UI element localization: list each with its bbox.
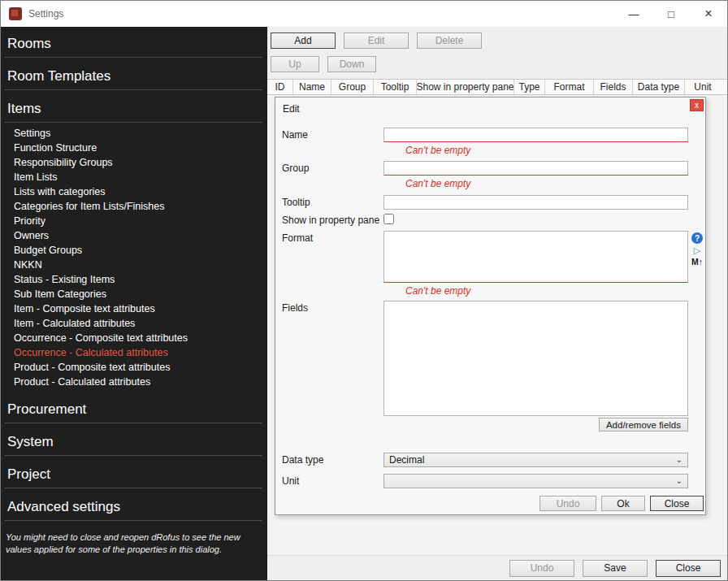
sidebar-item[interactable]: Priority	[1, 214, 267, 228]
chevron-down-icon: ⌄	[676, 477, 682, 485]
sidebar-footnote: You might need to close and reopen dRofu…	[6, 531, 259, 556]
main-footer: Undo Save Close	[267, 555, 727, 580]
sidebar-item[interactable]: Status - Existing Items	[1, 272, 267, 287]
unit-label: Unit	[282, 474, 384, 488]
sidebar-item[interactable]: Occurrence - Composite text attributes	[1, 331, 267, 345]
window-title: Settings	[28, 8, 63, 20]
edit-dialog-header: Edit x	[275, 98, 705, 117]
tooltip-field[interactable]	[384, 195, 688, 210]
sidebar-item[interactable]: Settings	[1, 126, 267, 141]
column-header-unit[interactable]: Unit	[685, 80, 721, 94]
sidebar-section-rooms[interactable]: Rooms	[4, 28, 262, 58]
insert-field-icon[interactable]: ▷	[694, 246, 700, 255]
column-header-id[interactable]: ID	[267, 80, 293, 94]
data-type-value: Decimal	[389, 454, 676, 466]
name-label: Name	[282, 128, 384, 142]
sidebar: Rooms Room Templates Items Settings Func…	[1, 27, 267, 580]
close-icon[interactable]: ×	[690, 1, 727, 27]
undo-button[interactable]: Undo	[509, 560, 574, 577]
column-header-group[interactable]: Group	[332, 80, 374, 94]
down-button[interactable]: Down	[327, 56, 376, 72]
format-validation-message: Can't be empty	[405, 285, 699, 297]
show-in-property-pane-checkbox[interactable]	[384, 214, 394, 224]
column-header-name[interactable]: Name	[293, 80, 332, 94]
app-icon	[9, 7, 22, 20]
dialog-close-icon[interactable]: x	[690, 99, 704, 111]
sidebar-section-advanced-settings[interactable]: Advanced settings	[4, 488, 262, 521]
sidebar-section-items[interactable]: Items	[4, 90, 262, 123]
sidebar-item[interactable]: Function Structure	[1, 141, 267, 155]
add-remove-fields-button[interactable]: Add/remove fields	[599, 418, 688, 431]
sidebar-item[interactable]: Item - Calculated attributes	[1, 316, 267, 331]
dialog-ok-button[interactable]: Ok	[601, 496, 645, 511]
unit-select[interactable]: ⌄	[384, 474, 688, 488]
main-panel: Add Edit Delete Up Down ID Name Group To…	[267, 27, 727, 580]
group-field[interactable]	[384, 161, 688, 176]
show-in-property-pane-label: Show in property pane	[282, 213, 384, 227]
help-icon[interactable]: ?	[691, 232, 703, 244]
sidebar-item[interactable]: Categories for Item Lists/Finishes	[1, 199, 267, 214]
edit-dialog-body: Name Can't be empty Group Can't be empty…	[275, 128, 705, 488]
name-field[interactable]	[384, 128, 688, 142]
close-button[interactable]: Close	[656, 560, 721, 577]
attribute-table-header: ID Name Group Tooltip Show in property p…	[267, 79, 727, 95]
sidebar-item[interactable]: Product - Composite text attributes	[1, 360, 267, 375]
column-header-format[interactable]: Format	[545, 80, 594, 94]
sidebar-item[interactable]: Responsibility Groups	[1, 155, 267, 170]
sidebar-item-selected[interactable]: Occurrence - Calculated attributes	[1, 345, 267, 360]
sidebar-item[interactable]: Item - Composite text attributes	[1, 301, 267, 316]
sidebar-item[interactable]: Item Lists	[1, 170, 267, 184]
m-up-icon[interactable]: M↑	[691, 258, 703, 267]
sidebar-item[interactable]: NKKN	[1, 258, 267, 272]
group-validation-message: Can't be empty	[405, 178, 699, 189]
dialog-close-button[interactable]: Close	[650, 496, 704, 511]
column-header-type[interactable]: Type	[514, 80, 545, 94]
window-content: Rooms Room Templates Items Settings Func…	[1, 27, 727, 580]
dialog-undo-button[interactable]: Undo	[540, 496, 596, 511]
add-button[interactable]: Add	[271, 33, 336, 49]
save-button[interactable]: Save	[583, 560, 648, 577]
up-button[interactable]: Up	[271, 56, 319, 72]
column-header-fields[interactable]: Fields	[594, 80, 633, 94]
maximize-icon[interactable]: □	[652, 1, 690, 27]
fields-field[interactable]	[384, 301, 688, 416]
format-label: Format	[282, 231, 384, 283]
edit-dialog-title: Edit	[283, 103, 300, 115]
sidebar-item[interactable]: Budget Groups	[1, 243, 267, 258]
column-header-data-type[interactable]: Data type	[633, 80, 685, 94]
edit-button[interactable]: Edit	[344, 33, 409, 49]
sidebar-section-project[interactable]: Project	[4, 456, 262, 488]
titlebar: Settings — □ ×	[1, 1, 727, 27]
minimize-icon[interactable]: —	[615, 1, 652, 27]
dialog-button-row: Undo Ok Close	[540, 496, 704, 511]
sidebar-item[interactable]: Owners	[1, 228, 267, 243]
sidebar-section-procurement[interactable]: Procurement	[4, 391, 262, 423]
edit-dialog: Edit x Name Can't be empty Group Can't b…	[275, 97, 706, 515]
sidebar-item[interactable]: Sub Item Categories	[1, 287, 267, 301]
column-header-tooltip[interactable]: Tooltip	[374, 80, 417, 94]
data-type-select[interactable]: Decimal ⌄	[384, 453, 688, 467]
sidebar-section-room-templates[interactable]: Room Templates	[4, 58, 262, 90]
group-label: Group	[282, 161, 384, 176]
column-header-show-in-property-pane[interactable]: Show in property pane	[417, 80, 514, 94]
delete-button[interactable]: Delete	[417, 33, 482, 49]
toolbar-row-1: Add Edit Delete	[267, 27, 727, 49]
window-controls: — □ ×	[615, 1, 727, 27]
format-field[interactable]	[384, 231, 688, 283]
settings-window: Settings — □ × Rooms Room Templates Item…	[0, 0, 728, 581]
toolbar-row-2: Up Down	[267, 49, 727, 79]
format-toolbar: ? ▷ M↑	[688, 231, 703, 283]
name-validation-message: Can't be empty	[405, 145, 699, 156]
tooltip-label: Tooltip	[282, 195, 384, 210]
data-type-label: Data type	[282, 453, 384, 467]
sidebar-item[interactable]: Lists with categories	[1, 184, 267, 199]
sidebar-section-system[interactable]: System	[4, 423, 262, 456]
chevron-down-icon: ⌄	[676, 456, 682, 464]
sidebar-items-list: Settings Function Structure Responsibili…	[1, 123, 267, 391]
fields-label: Fields	[282, 301, 384, 416]
sidebar-item[interactable]: Product - Calculated attributes	[1, 375, 267, 389]
